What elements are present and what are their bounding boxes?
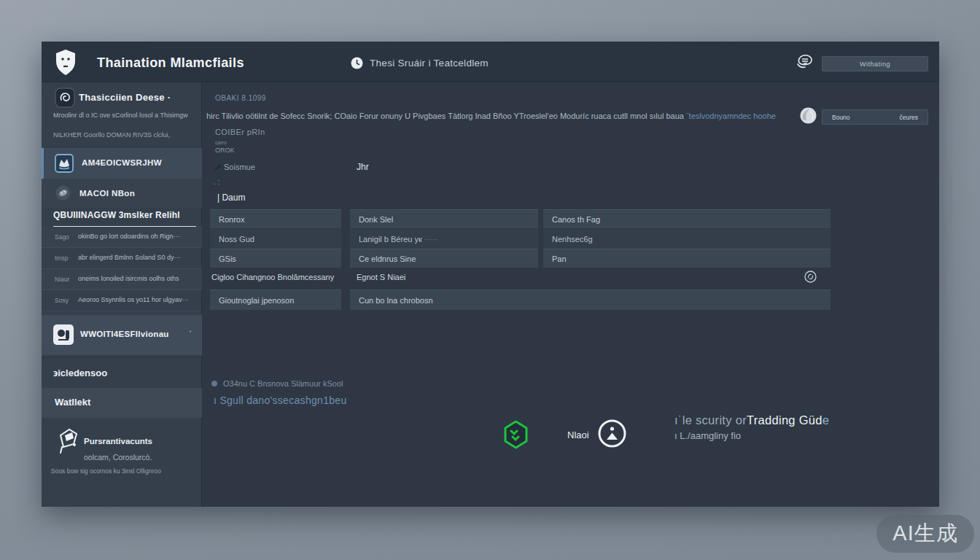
field-pan[interactable]: Pan (543, 249, 831, 268)
card-badge-icon (52, 324, 74, 349)
search-right-text: čeures (899, 114, 918, 121)
profile-line2: NILKHER Goorllo DOMAN RIV3S clclui, (53, 131, 198, 139)
refresh-circle-icon[interactable] (804, 271, 817, 286)
sidebar-footer-title: Pursrantivacunts (84, 437, 152, 446)
sub-link-1[interactable]: COIBEr pRIn (215, 128, 265, 136)
profile-line1: Mroolinr dl o IC ove sCorlinol losol a T… (53, 112, 198, 119)
sidebar-item-label: WWOITI4ESFIlvionau (80, 330, 169, 338)
guide-title: ı˙le scurity orTradding Güde (674, 413, 829, 427)
wolf-badge-icon (55, 154, 74, 176)
search-input[interactable]: Bouno čeures (822, 109, 928, 125)
field-gioutnoglai[interactable]: Gioutnoglai jpenoson (210, 289, 341, 310)
flag-cards-icon (55, 427, 82, 459)
app-title: Thaination Mlamcfiails (97, 55, 244, 71)
label-nenhsec: Nenhsec6g (543, 229, 831, 249)
clock-icon (351, 57, 363, 69)
field-canos[interactable]: Canos th Fag (543, 209, 831, 229)
screen: Thaination Mlamcfiails Thesi Sruáir i Te… (0, 0, 980, 560)
form-row4-label-left: Cigloo Cihangnoo Bnolâmcessany (211, 273, 334, 281)
ghost-text: ····· (424, 235, 438, 244)
breadcrumb-link[interactable]: ¨teslvodnyamndec hoohe (686, 112, 776, 120)
label-lanigil: Lanigil b Béreu ук ····· (350, 229, 538, 249)
profile-avatar-icon (55, 88, 75, 111)
form-header-right: Jhr (357, 162, 369, 172)
form-header-left: Soismue (214, 163, 255, 171)
sidebar-list-item[interactable]: Niaur oneims lonoiled isircmis oolhs oth… (42, 269, 202, 290)
sub-link-3: OROK (215, 147, 235, 154)
badge-label: Nlaoi (567, 429, 589, 440)
featured-suffix: · (189, 325, 192, 336)
profile-title: Thasicciien Deese · (79, 92, 171, 103)
security-hexagon-icon (503, 420, 529, 452)
window-header: Thaination Mlamcfiails Thesi Sruáir i Te… (42, 42, 939, 82)
field-gsis[interactable]: GSis (210, 249, 341, 268)
sidebar-section-header[interactable]: QBUIIINAGGW 3mslker Relihl (53, 208, 196, 227)
coin-icon (55, 184, 71, 204)
form-dots: . : (214, 178, 219, 186)
sidebar-list-item[interactable]: Imsp abr elingerd Bmlnn Soland S0 dy··· (42, 248, 202, 269)
app-logo-shield-icon (55, 49, 77, 79)
sidebar-list-item[interactable]: Sago okinBo go lort odoardins oh Rign··· (42, 227, 202, 248)
header-action-button[interactable]: Withating (822, 56, 928, 71)
main-content: OBAKI 8.1099 hirc Tilivlio oötilnt de So… (202, 82, 939, 507)
status-dot-icon (211, 381, 217, 386)
sidebar-footer-line1: oolcam, Coroslurcò. (84, 453, 152, 462)
label-noss-gud: Noss Gud (210, 229, 341, 249)
field-chrobosn[interactable]: Cun bo lna chrobosn (350, 289, 831, 310)
version-link[interactable]: OBAKI 8.1099 (215, 94, 266, 102)
sidebar-item-featured[interactable]: WWOITI4ESFIlvionau · (42, 315, 202, 355)
sidebar-item-label: MACOI NBon (79, 189, 135, 198)
field-donk-slel[interactable]: Donk Slel (350, 209, 538, 229)
field-ronrox[interactable]: Ronrox (210, 209, 341, 229)
action-link[interactable]: ı Sgull dano'ssecashgn1beu (214, 394, 347, 406)
sidebar-link-2[interactable]: Watllekt (42, 388, 202, 418)
sidebar-item-primary[interactable]: AM4EOICWSRJHW (42, 148, 202, 179)
header-center: Thesi Sruáir i Teatceldlem (351, 57, 489, 69)
sidebar-link-1[interactable]: ϶icledensoo (42, 357, 202, 388)
form-row4-label-right: Egnot S Niaei (357, 273, 405, 281)
person-circle-icon[interactable] (598, 419, 626, 451)
app-window: Thaination Mlamcfiails Thesi Sruáir i Te… (42, 42, 939, 507)
writing-hand-icon[interactable] (795, 52, 814, 74)
form-section-label: | Daum (217, 192, 245, 203)
sidebar: Thasicciien Deese · Mroolinr dl o IC ove… (42, 82, 202, 507)
field-celdnrus[interactable]: Ce eldnrus Sine (350, 249, 538, 268)
sidebar-item-label: AM4EOICWSRJHW (82, 158, 162, 167)
pen-icon (214, 163, 221, 171)
search-left-text: Bouno (832, 114, 850, 121)
globe-icon (799, 106, 817, 128)
sidebar-footer-line2: Soos bow sig ocornos ku 3insl Ollignroo (51, 467, 197, 475)
header-center-text: Thesi Sruáir i Teatceldlem (370, 58, 489, 69)
sub-link-2: carro (215, 140, 227, 145)
sidebar-profile[interactable]: Thasicciien Deese · Mroolinr dl o IC ove… (42, 82, 202, 148)
sidebar-item-secondary[interactable]: MACOI NBon (42, 179, 202, 208)
sidebar-footer: Pursrantivacunts oolcam, Coroslurcò. Soo… (42, 419, 202, 507)
guide-subtitle: ı L./aamgliny fio (674, 430, 741, 441)
ai-watermark-badge: AI生成 (876, 515, 974, 553)
breadcrumb: hirc Tilivlio oötilnt de Sofecc Snorik; … (206, 112, 791, 120)
sidebar-list-item[interactable]: Sosy Aeoroo Ssynnlis os yo11 hor ulgyav·… (42, 290, 202, 311)
status-line: O34nu C Bnsnova Slämuur kSool (211, 379, 343, 388)
